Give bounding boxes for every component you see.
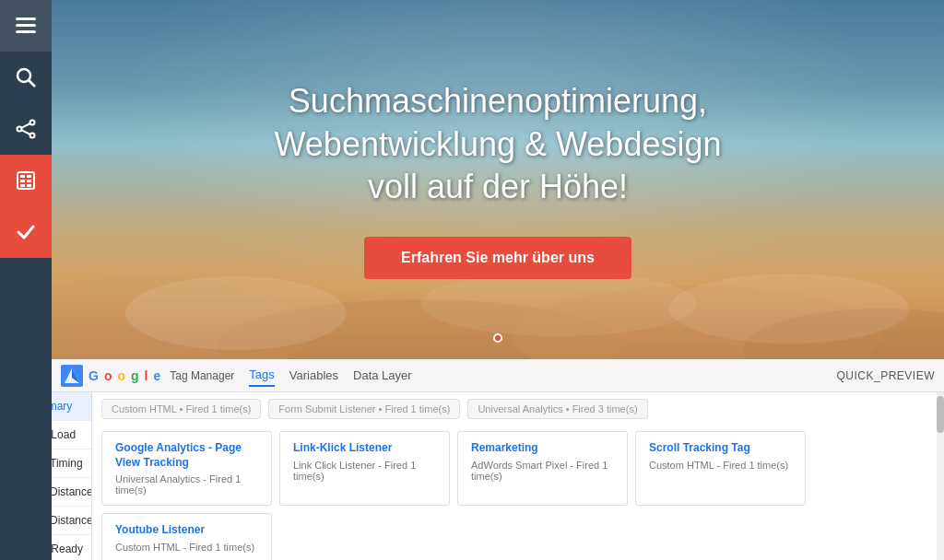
- hero-text-block: Suchmaschinenoptimierung, Webentwicklung…: [256, 62, 740, 298]
- search-button[interactable]: [0, 52, 52, 103]
- tag-card-4-subtitle: Custom HTML - Fired 1 time(s): [115, 542, 258, 553]
- tag-card-1-title: Link-Klick Listener: [293, 441, 436, 456]
- tab-variables[interactable]: Variables: [289, 365, 338, 386]
- faded-tag-0: Custom HTML • Fired 1 time(s): [101, 399, 261, 419]
- faded-tag-2: Universal Analytics • Fired 3 time(s): [467, 399, 647, 419]
- scrollbar[interactable]: [937, 392, 944, 560]
- svg-rect-16: [27, 184, 31, 187]
- check-button[interactable]: [0, 206, 52, 258]
- menu-button[interactable]: [0, 0, 52, 52]
- svg-rect-2: [16, 30, 36, 33]
- gtm-logo: G o o g l e Tag Manager: [61, 365, 234, 387]
- calculator-button[interactable]: [0, 155, 52, 206]
- svg-line-4: [29, 80, 35, 87]
- gtm-bar: G o o g l e Tag Manager Tags Variables D…: [52, 359, 944, 392]
- svg-line-9: [21, 123, 30, 128]
- hero-dot-indicator: [493, 333, 502, 343]
- gtm-logo-icon: [61, 365, 83, 387]
- tab-data-layer[interactable]: Data Layer: [353, 365, 412, 386]
- tag-card-1-subtitle: Link Click Listener - Fired 1 time(s): [293, 460, 436, 482]
- tag-card-0-subtitle: Universal Analytics - Fired 1 time(s): [115, 473, 258, 496]
- svg-rect-12: [27, 175, 31, 178]
- tags-grid: Google Analytics - Page View Tracking Un…: [92, 426, 944, 560]
- svg-rect-1: [16, 24, 36, 27]
- svg-point-7: [30, 134, 35, 138]
- gtm-google-o2: o: [117, 368, 125, 383]
- tag-card-0-title: Google Analytics - Page View Tracking: [115, 441, 258, 470]
- svg-rect-13: [20, 180, 25, 182]
- scrollbar-thumb[interactable]: [937, 396, 944, 433]
- tag-card-3[interactable]: Scroll Tracking Tag Custom HTML - Fired …: [635, 431, 806, 506]
- tag-card-4-title: Youtube Listener: [115, 523, 258, 538]
- bottom-panel: Summary 6 Page Load 5 ScrollTiming 4 Scr…: [0, 392, 944, 560]
- svg-rect-0: [16, 18, 36, 20]
- tag-card-2[interactable]: Remarketing AdWords Smart Pixel - Fired …: [457, 431, 628, 506]
- gtm-google-g: g: [131, 368, 139, 383]
- tags-content: Custom HTML • Fired 1 time(s) Form Submi…: [92, 392, 944, 560]
- left-toolbar: [0, 0, 52, 560]
- tag-card-3-subtitle: Custom HTML - Fired 1 time(s): [649, 460, 792, 471]
- gtm-google-o1: o: [104, 368, 112, 383]
- hero-title: Suchmaschinenoptimierung, Webentwicklung…: [275, 80, 722, 209]
- hero-cta-button[interactable]: Erfahren Sie mehr über uns: [364, 237, 631, 279]
- gtm-product-text: Tag Manager: [170, 369, 234, 382]
- quick-preview-label: QUICK_PREVIEW: [836, 369, 935, 382]
- faded-tag-1: Form Submit Listener • Fired 1 time(s): [268, 399, 460, 419]
- svg-line-8: [21, 130, 30, 134]
- faded-tags-row: Custom HTML • Fired 1 time(s) Form Submi…: [92, 392, 944, 426]
- tag-card-0[interactable]: Google Analytics - Page View Tracking Un…: [101, 431, 272, 506]
- svg-rect-10: [18, 172, 34, 189]
- tab-tags[interactable]: Tags: [249, 364, 274, 387]
- svg-point-3: [18, 69, 30, 82]
- gtm-google-l: l: [145, 368, 148, 383]
- svg-rect-15: [20, 184, 25, 187]
- gtm-google-e: e: [153, 368, 160, 383]
- tag-card-1[interactable]: Link-Klick Listener Link Click Listener …: [279, 431, 450, 506]
- svg-rect-14: [27, 180, 31, 182]
- gtm-google-text: G: [88, 368, 99, 383]
- svg-point-5: [30, 121, 35, 125]
- tag-card-4[interactable]: Youtube Listener Custom HTML - Fired 1 t…: [101, 513, 272, 560]
- tag-card-2-subtitle: AdWords Smart Pixel - Fired 1 time(s): [471, 460, 614, 482]
- tag-card-3-title: Scroll Tracking Tag: [649, 441, 792, 456]
- svg-point-6: [18, 127, 22, 132]
- hero-section: Suchmaschinenoptimierung, Webentwicklung…: [52, 0, 944, 359]
- share-button[interactable]: [0, 103, 52, 155]
- svg-rect-11: [20, 175, 25, 178]
- tag-card-2-title: Remarketing: [471, 441, 614, 456]
